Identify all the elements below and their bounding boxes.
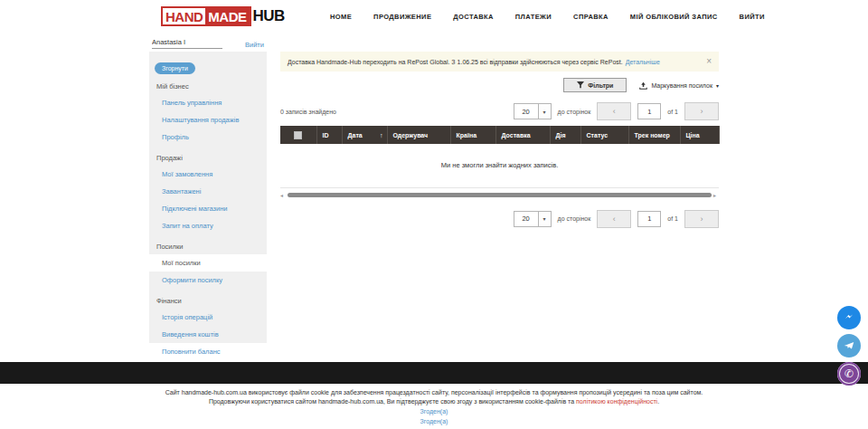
pagination-bottom: 20 ▾ до сторінок ‹ of 1 ›	[514, 210, 719, 228]
filters-button[interactable]: Фільтри	[563, 78, 627, 92]
toolbar: Фільтри Маркування посилок ▾	[280, 77, 719, 93]
filters-label: Фільтри	[588, 82, 613, 89]
sidebar-item-profile[interactable]: Профіль	[149, 129, 267, 146]
scroll-left-icon[interactable]: ◂	[280, 192, 286, 199]
sort-asc-icon[interactable]: ↑	[380, 132, 383, 138]
cookie-line2-period: .	[657, 398, 659, 405]
page-size-select[interactable]: 20 ▾	[514, 103, 552, 119]
sidebar-item-dashboard[interactable]: Панель управління	[149, 94, 267, 111]
nav-help[interactable]: СПРАВКА	[573, 13, 609, 21]
collapse-button[interactable]: Згорнути	[155, 62, 195, 74]
sidebar-section-sales: Продажі	[149, 146, 267, 166]
next-page-button[interactable]: ›	[684, 102, 719, 120]
prev-page-button[interactable]: ‹	[597, 102, 631, 120]
sidebar-logout-link[interactable]: Вийти	[245, 41, 264, 49]
per-page-label: до сторінок	[558, 215, 591, 222]
sidebar: Згорнути Мій бізнес Панель управління На…	[149, 52, 267, 343]
sidebar-item-my-parcels[interactable]: Мої посилки	[149, 254, 267, 272]
page: HANDMADE HUB HOME ПРОДВИЖЕНИЕ ДОСТАВКА П…	[0, 0, 868, 429]
handmade-hub-logo[interactable]: HANDMADE HUB	[161, 5, 285, 27]
user-name-field[interactable]	[152, 38, 222, 49]
parcels-table: ID ↑Дата Одержувач Країна Доставка Дія С…	[280, 126, 720, 188]
cookie-text-line2: Продовжуючи користуватися сайтом handmad…	[0, 397, 868, 406]
prev-page-button[interactable]: ‹	[597, 210, 631, 228]
telegram-icon[interactable]	[837, 334, 861, 358]
sidebar-item-connected-shops[interactable]: Підключені магазини	[149, 200, 267, 217]
funnel-icon	[577, 81, 584, 89]
nav-home[interactable]: HOME	[330, 13, 352, 21]
column-country[interactable]: Країна	[450, 126, 495, 144]
sidebar-item-uploaded[interactable]: Завантажені	[149, 183, 267, 200]
chevron-down-icon: ▾	[716, 82, 719, 89]
viber-icon[interactable]: ✆	[837, 362, 861, 386]
column-action[interactable]: Дія	[550, 126, 580, 144]
messenger-icon[interactable]	[837, 306, 861, 329]
parcel-marking-label: Маркування посилок	[651, 82, 712, 89]
logo-made: MADE	[205, 8, 249, 24]
select-all-cell	[280, 126, 316, 144]
banner-details-link[interactable]: Детальніше	[626, 59, 660, 65]
cookie-text-line1: Сайт handmade-hub.com.ua використовує фа…	[0, 388, 868, 397]
parcel-marking-button[interactable]: Маркування посилок ▾	[639, 81, 719, 90]
nav-payments[interactable]: ПЛАТЕЖИ	[515, 13, 552, 21]
pagination-top: 20 ▾ до сторінок ‹ of 1 ›	[514, 102, 719, 120]
chevron-down-icon[interactable]: ▾	[538, 104, 551, 119]
nav-delivery[interactable]: ДОСТАВКА	[453, 13, 494, 21]
pagination-bottom-wrap: 20 ▾ до сторінок ‹ of 1 ›	[280, 210, 719, 228]
logo-box: HANDMADE	[161, 6, 251, 26]
page-size-value: 20	[514, 212, 538, 226]
sidebar-section-my-business: Мій бізнес	[149, 74, 267, 94]
page-size-value: 20	[514, 104, 538, 119]
column-date[interactable]: ↑Дата	[342, 126, 387, 144]
sidebar-section-parcels: Посилки	[149, 234, 267, 254]
sidebar-item-payment-request[interactable]: Запит на оплату	[149, 217, 267, 234]
logo-hub: HUB	[251, 7, 285, 25]
social-float-icons: ✆	[837, 306, 861, 386]
banner-text: Доставка Handmade-Hub переходить на RePo…	[288, 59, 623, 65]
privacy-policy-link[interactable]: політикою конфіденційності	[576, 398, 657, 405]
column-recipient[interactable]: Одержувач	[387, 126, 450, 144]
logo-hand: HAND	[163, 8, 205, 24]
main-content: Доставка Handmade-Hub переходить на RePo…	[280, 52, 719, 228]
user-row: Вийти	[152, 38, 264, 49]
banner-close-icon[interactable]: ×	[706, 57, 712, 66]
empty-row: Ми не змогли знайти жодних записів.	[280, 144, 719, 187]
page-of-label: of 1	[667, 109, 678, 115]
page-size-select[interactable]: 20 ▾	[514, 211, 552, 227]
scroll-right-icon[interactable]: ▸	[713, 192, 719, 199]
current-page-input[interactable]	[637, 103, 661, 119]
page-of-label: of 1	[667, 215, 678, 222]
sidebar-item-operations-history[interactable]: Історія операцій	[149, 309, 267, 326]
current-page-input[interactable]	[637, 211, 661, 227]
top-navigation: HOME ПРОДВИЖЕНИЕ ДОСТАВКА ПЛАТЕЖИ СПРАВК…	[330, 0, 765, 33]
sidebar-item-sales-settings[interactable]: Налаштування продажів	[149, 111, 267, 129]
nav-my-account[interactable]: МІЙ ОБЛІКОВИЙ ЗАПИС	[630, 13, 718, 21]
horizontal-scrollbar: ◂ ▸	[280, 192, 719, 199]
next-page-button[interactable]: ›	[684, 210, 719, 228]
sidebar-item-withdraw-funds[interactable]: Виведення коштів	[149, 326, 267, 343]
top-header: HANDMADE HUB HOME ПРОДВИЖЕНИЕ ДОСТАВКА П…	[0, 0, 868, 33]
nav-logout[interactable]: ВИЙТИ	[740, 13, 765, 21]
sidebar-item-create-parcel[interactable]: Оформити посилку	[149, 272, 267, 289]
records-count: 0 записів знайдено	[280, 109, 336, 115]
column-track-number[interactable]: Трек номер	[628, 126, 680, 144]
chevron-down-icon[interactable]: ▾	[538, 212, 551, 226]
footer-dark-band	[0, 362, 868, 384]
sidebar-section-finance: Фінанси	[149, 289, 267, 309]
nav-promotion[interactable]: ПРОДВИЖЕНИЕ	[373, 13, 431, 21]
per-page-label: до сторінок	[558, 109, 591, 115]
column-id[interactable]: ID	[316, 126, 342, 144]
select-all-checkbox[interactable]	[294, 131, 302, 139]
column-status[interactable]: Статус	[580, 126, 628, 144]
cookie-line2-text: Продовжуючи користуватися сайтом handmad…	[209, 398, 576, 405]
column-price[interactable]: Ціна	[680, 126, 719, 144]
column-delivery[interactable]: Доставка	[495, 126, 550, 144]
table-header-row: ID ↑Дата Одержувач Країна Доставка Дія С…	[280, 126, 719, 144]
agree-link-1[interactable]: Згоден(а)	[0, 407, 868, 416]
sidebar-item-top-up-balance[interactable]: Поповнити баланс	[149, 343, 267, 360]
records-row: 0 записів знайдено 20 ▾ до сторінок ‹ of…	[280, 102, 719, 120]
sidebar-item-my-orders[interactable]: Мої замовлення	[149, 166, 267, 183]
notification-banner: Доставка Handmade-Hub переходить на RePo…	[280, 52, 719, 72]
agree-link-2[interactable]: Згоден(а)	[0, 417, 868, 426]
scrollbar-thumb[interactable]	[288, 193, 712, 197]
